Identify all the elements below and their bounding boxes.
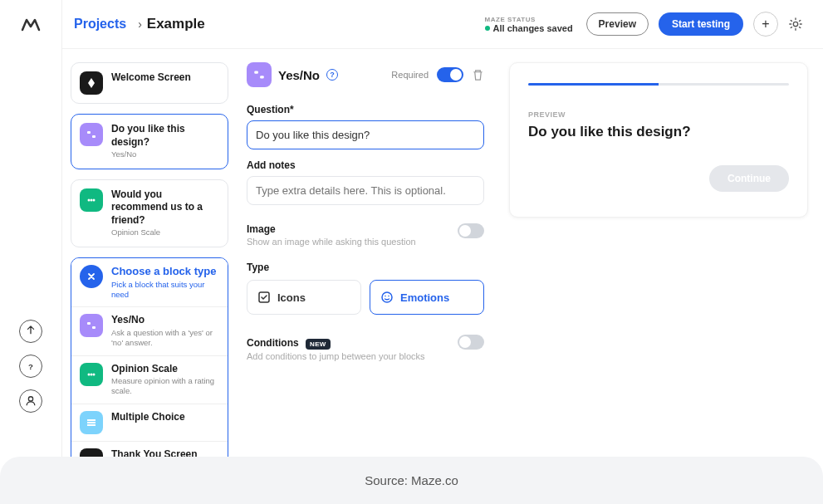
preview-question: Do you like this design? <box>528 124 789 140</box>
choice-icon <box>80 411 103 434</box>
new-badge: NEW <box>306 339 331 350</box>
svg-rect-13 <box>87 419 96 421</box>
svg-point-21 <box>388 296 389 297</box>
maze-status: MAZE STATUS All changes saved <box>485 16 573 33</box>
svg-point-10 <box>88 373 91 375</box>
yesno-icon <box>80 314 103 337</box>
svg-point-5 <box>88 198 91 201</box>
preview-card: PREVIEW Do you like this design? Continu… <box>509 62 808 218</box>
smile-icon <box>380 291 394 304</box>
conditions-toggle[interactable] <box>458 335 484 350</box>
svg-rect-14 <box>87 422 96 423</box>
settings-icon[interactable] <box>788 17 803 32</box>
editor-yesno-icon <box>247 62 272 87</box>
continue-button[interactable]: Continue <box>709 165 789 192</box>
blocks-panel: Welcome Screen Do you like this design? … <box>62 49 237 504</box>
editor-panel: Yes/No ? Required Question* Add notes <box>237 49 494 504</box>
user-icon[interactable] <box>19 389 42 413</box>
svg-text:?: ? <box>28 362 33 371</box>
help-icon[interactable]: ? <box>19 355 42 378</box>
svg-rect-3 <box>87 131 91 134</box>
notes-label: Add notes <box>247 159 484 171</box>
svg-point-1 <box>28 397 32 401</box>
close-icon[interactable] <box>80 265 103 288</box>
svg-point-20 <box>385 296 386 297</box>
upload-icon[interactable] <box>19 320 42 343</box>
svg-rect-4 <box>92 135 96 138</box>
source-attribution: Source: Maze.co <box>0 457 823 504</box>
notes-input[interactable] <box>247 176 484 205</box>
welcome-icon <box>80 71 103 95</box>
yesno-icon <box>80 123 103 146</box>
header: Projects › Example MAZE STATUS All chang… <box>62 0 823 49</box>
breadcrumb-current: Example <box>147 16 205 32</box>
editor-title: Yes/No <box>278 68 320 82</box>
block-type-dropdown: Choose a block type Pick a block that su… <box>71 257 228 479</box>
dropdown-item-yesno[interactable]: Yes/No Ask a question with a 'yes' or 'n… <box>71 307 228 355</box>
image-label: Image <box>247 223 416 235</box>
question-input[interactable] <box>247 120 484 149</box>
svg-rect-17 <box>260 76 264 78</box>
add-button[interactable]: + <box>753 12 778 37</box>
svg-rect-9 <box>92 326 96 329</box>
svg-point-19 <box>382 292 392 302</box>
breadcrumb-parent[interactable]: Projects <box>74 17 126 32</box>
delete-icon[interactable] <box>472 69 484 81</box>
check-square-icon <box>257 291 271 304</box>
svg-rect-16 <box>254 71 258 73</box>
preview-label: PREVIEW <box>528 110 789 119</box>
type-option-icons[interactable]: Icons <box>247 280 361 315</box>
preview-button[interactable]: Preview <box>586 12 649 36</box>
required-toggle[interactable] <box>437 67 463 82</box>
svg-point-7 <box>93 198 96 201</box>
svg-point-2 <box>793 22 797 26</box>
scale-icon <box>80 188 103 212</box>
question-label: Question* <box>247 104 484 115</box>
chevron-right-icon: › <box>138 17 142 31</box>
left-rail: ? <box>0 0 62 504</box>
conditions-label: Conditions <box>247 337 299 349</box>
block-welcome[interactable]: Welcome Screen <box>71 62 228 104</box>
block-yesno[interactable]: Do you like this design? Yes/No <box>71 114 228 169</box>
svg-point-6 <box>91 198 93 201</box>
svg-point-11 <box>91 373 93 375</box>
progress-bar <box>528 83 789 86</box>
image-toggle[interactable] <box>458 223 484 238</box>
svg-rect-15 <box>87 424 96 426</box>
type-label: Type <box>247 262 484 273</box>
preview-panel: PREVIEW Do you like this design? Continu… <box>494 49 823 504</box>
scale-icon <box>80 363 103 386</box>
maze-logo-icon <box>21 15 41 32</box>
start-testing-button[interactable]: Start testing <box>659 12 743 36</box>
dropdown-header[interactable]: Choose a block type Pick a block that su… <box>71 258 228 308</box>
svg-rect-8 <box>87 322 91 325</box>
dropdown-item-opinion[interactable]: Opinion Scale Measure opinion with a rat… <box>71 356 228 404</box>
svg-point-12 <box>93 373 96 375</box>
dropdown-item-multiple[interactable]: Multiple Choice <box>71 404 228 442</box>
status-dot-icon <box>485 26 490 31</box>
type-option-emotions[interactable]: Emotions <box>370 280 484 315</box>
block-opinion[interactable]: Would you recommend us to a friend? Opin… <box>71 179 228 247</box>
help-circle-icon[interactable]: ? <box>326 69 338 81</box>
